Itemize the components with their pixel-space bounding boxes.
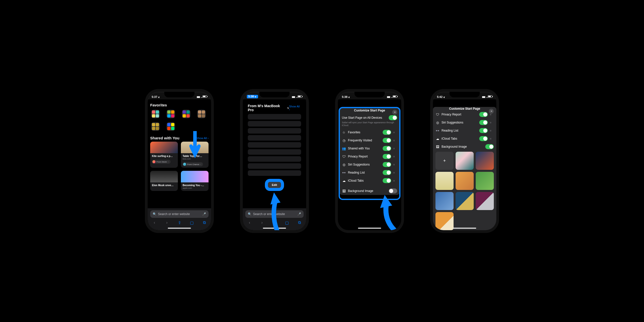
mic-icon[interactable]: 🎤 [202, 212, 206, 216]
address-bar[interactable]: 🔍 Search or enter website 🎤 [150, 210, 209, 218]
option-row: 👓Reading List≡ [339, 169, 400, 177]
favorite-folder[interactable] [151, 122, 160, 131]
background-tile[interactable] [476, 192, 494, 210]
option-row: ☁iCloud Tabs≡ [433, 135, 496, 143]
option-toggle[interactable] [383, 162, 391, 167]
favorite-folder[interactable] [151, 110, 160, 118]
option-row: ☆Favorites≡ [339, 128, 400, 136]
icloud-tab-row[interactable] [248, 135, 301, 141]
background-tile[interactable] [456, 192, 474, 210]
reorder-handle-icon[interactable]: ≡ [393, 147, 397, 150]
close-button[interactable]: ✕ [392, 110, 397, 115]
forward-button[interactable]: › [259, 220, 265, 225]
icloud-tab-row[interactable] [248, 163, 301, 169]
add-background-tile[interactable]: + [435, 152, 454, 170]
reorder-handle-icon[interactable]: ≡ [490, 129, 494, 132]
sheet-title: Customize Start Page [354, 109, 385, 112]
favorite-folder[interactable] [197, 110, 206, 118]
icloud-tab-row[interactable] [248, 149, 301, 155]
address-bar[interactable]: 🔍 Search or enter website 🎤 [245, 210, 304, 218]
reorder-handle-icon[interactable]: ≡ [393, 163, 397, 166]
wifi-icon [486, 95, 487, 98]
show-all-link[interactable]: Show All › [196, 137, 209, 140]
share-button[interactable]: ⇪ [177, 220, 182, 225]
device-macbook-tabs: 5:38 From M's MacBook Pro ⇅ Show All › E… [243, 92, 306, 230]
option-toggle[interactable] [383, 170, 391, 175]
shared-card[interactable]: Becoming You -…apple.com [181, 171, 209, 191]
option-toggle[interactable] [479, 112, 488, 117]
favorite-folder[interactable] [167, 122, 175, 131]
option-toggle[interactable] [479, 120, 488, 125]
reorder-handle-icon[interactable]: ≡ [393, 179, 397, 182]
close-icon: ✕ [394, 111, 396, 114]
option-toggle[interactable] [383, 138, 391, 143]
option-toggle[interactable] [383, 154, 391, 159]
edit-button[interactable]: Edit [266, 180, 283, 189]
notch [259, 92, 290, 97]
favorite-folder[interactable] [167, 110, 175, 118]
option-row: ◷Frequently Visited≡ [339, 136, 400, 144]
icloud-tab-row[interactable] [248, 142, 301, 148]
search-icon: 🔍 [153, 212, 156, 216]
tabs-button[interactable]: ⧉ [202, 220, 207, 225]
close-icon: ✕ [490, 110, 493, 113]
shared-card[interactable]: Kite surfing a p… From Devin› [150, 142, 178, 168]
sync-row: Use Start Page on All Devices [339, 114, 400, 122]
bookmarks-button[interactable]: ▢ [284, 220, 290, 225]
reorder-handle-icon[interactable]: ≡ [490, 121, 494, 124]
icloud-tab-row[interactable] [248, 121, 301, 127]
show-all-link[interactable]: Show All › [289, 105, 301, 111]
background-tile[interactable] [456, 152, 474, 170]
background-tile[interactable] [435, 212, 454, 230]
browser-chrome: 🔍 Search or enter website 🎤 ‹ › ⇪ ▢ ⧉ [243, 208, 306, 230]
from-chip[interactable]: From Devin› [152, 160, 171, 164]
reorder-handle-icon[interactable]: ≡ [490, 137, 494, 140]
icloud-tab-row[interactable] [248, 170, 301, 176]
background-tile[interactable] [435, 192, 454, 210]
reorder-handle-icon[interactable]: ≡ [393, 155, 397, 158]
option-toggle[interactable] [383, 178, 391, 183]
home-indicator [358, 228, 381, 229]
option-row: ◎Siri Suggestions≡ [433, 118, 496, 127]
background-tile[interactable] [435, 172, 454, 190]
updown-icon[interactable]: ⇅ [287, 107, 289, 109]
share-button[interactable]: ⇪ [272, 220, 277, 225]
clock: 5:37 [152, 95, 157, 98]
close-button[interactable]: ✕ [489, 109, 494, 114]
home-indicator [168, 228, 191, 229]
background-toggle[interactable] [389, 188, 397, 193]
battery-icon [488, 95, 492, 98]
icloud-tab-row[interactable] [248, 114, 301, 119]
reorder-handle-icon[interactable]: ≡ [393, 131, 397, 134]
mic-icon[interactable]: 🎤 [297, 212, 301, 216]
background-toggle[interactable] [485, 144, 494, 149]
reorder-handle-icon[interactable]: ≡ [393, 171, 397, 174]
safari-start-page-scrolled: From M's MacBook Pro ⇅ Show All › Edit 🔍 [243, 99, 306, 230]
background-tile[interactable] [476, 172, 494, 190]
home-indicator [453, 228, 476, 229]
from-chip[interactable]: From Chance› [182, 162, 203, 166]
icloud-tab-row[interactable] [248, 156, 301, 162]
battery-icon [203, 95, 207, 98]
favorite-folder[interactable] [182, 110, 190, 118]
shared-card[interactable]: Elon Musk unve… [150, 171, 178, 191]
shared-card[interactable]: Table Tops for…ikea.com From Chance› [181, 142, 209, 168]
forward-button[interactable]: › [164, 220, 170, 225]
reorder-handle-icon[interactable]: ≡ [393, 139, 397, 142]
bookmarks-button[interactable]: ▢ [189, 220, 195, 225]
icloud-tab-row[interactable] [248, 128, 301, 134]
back-button[interactable]: ‹ [247, 220, 252, 225]
sync-toggle[interactable] [389, 115, 397, 120]
option-toggle[interactable] [479, 128, 488, 133]
option-label: Reading List [441, 129, 477, 132]
option-toggle[interactable] [479, 136, 488, 141]
back-button[interactable]: ‹ [152, 220, 157, 225]
toolbar: ‹ › ⇪ ▢ ⧉ [245, 220, 304, 225]
background-grid: + [433, 151, 496, 230]
address-placeholder: Search or enter website [253, 212, 296, 216]
option-toggle[interactable] [383, 130, 391, 135]
option-toggle[interactable] [383, 146, 391, 151]
background-tile[interactable] [476, 152, 494, 170]
tabs-button[interactable]: ⧉ [297, 220, 302, 225]
background-tile[interactable] [456, 172, 474, 190]
